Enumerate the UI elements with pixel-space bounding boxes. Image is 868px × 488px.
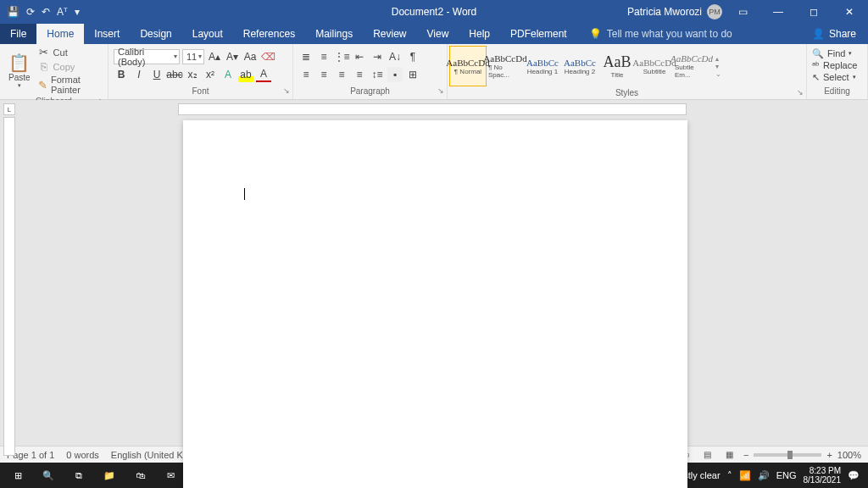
mail-icon[interactable]: ✉ [156,463,185,488]
undo-icon[interactable]: ↶ [42,6,50,18]
style-no-spacing[interactable]: AaBbCcDd¶ No Spac... [487,46,524,86]
underline-button[interactable]: U [149,67,164,82]
zoom-out-button[interactable]: − [743,450,748,460]
clock[interactable]: 8:23 PM 8/13/2021 [804,466,842,485]
tell-me-search[interactable]: 💡 Tell me what you want to do [589,24,732,44]
shading-button[interactable]: ▪ [387,67,403,82]
user-name[interactable]: Patricia Mworozi [627,6,702,18]
web-layout-button[interactable]: ▦ [721,448,738,462]
document-page[interactable] [183,120,687,488]
bullets-button[interactable]: ≣ [298,49,314,64]
tab-home[interactable]: Home [36,24,84,44]
tab-view[interactable]: View [417,24,459,44]
tab-review[interactable]: Review [363,24,416,44]
keyboard-lang[interactable]: ENG [776,470,797,480]
touchmode-icon[interactable]: Aᵀ [57,6,68,18]
format-painter-button[interactable]: ✎Format Painter [37,75,103,95]
text-effects-button[interactable]: A [220,67,236,82]
tab-file[interactable]: File [0,24,36,44]
sort-button[interactable]: A↓ [387,49,403,64]
italic-button[interactable]: I [131,67,147,82]
file-explorer-icon[interactable]: 📁 [95,463,124,488]
zoom-slider[interactable] [754,453,821,457]
print-layout-button[interactable]: ▤ [699,448,716,462]
clear-formatting-button[interactable]: ⌫ [260,49,275,64]
align-center-button[interactable]: ≡ [316,67,331,82]
store-icon[interactable]: 🛍 [125,463,154,488]
start-button[interactable]: ⊞ [3,463,32,488]
style-heading1[interactable]: AaBbCcHeading 1 [524,46,561,86]
show-marks-button[interactable]: ¶ [405,49,420,64]
close-button[interactable]: ✕ [834,0,865,24]
select-button[interactable]: ↖Select▾ [812,72,857,83]
dialog-launcher-icon[interactable]: ↘ [437,86,444,95]
vertical-ruler[interactable] [3,117,15,456]
style-title[interactable]: AaBTitle [598,46,636,86]
dialog-launcher-icon[interactable]: ↘ [283,86,290,95]
word-count[interactable]: 0 words [66,450,99,460]
zoom-in-button[interactable]: + [826,450,832,460]
tab-insert[interactable]: Insert [84,24,130,44]
wifi-icon[interactable]: 📶 [739,470,751,481]
find-button[interactable]: 🔍Find▾ [812,48,857,59]
change-case-button[interactable]: Aa [242,49,258,64]
style-gallery[interactable]: AaBbCcDd¶ Normal AaBbCcDd¶ No Spac... Aa… [449,46,710,86]
tab-selector[interactable]: L [3,103,15,115]
tab-references[interactable]: References [233,24,305,44]
style-subtle-emphasis[interactable]: AaBbCcDdSubtle Em... [673,46,710,86]
paste-button[interactable]: 📋 Paste ▾ [5,51,34,91]
cut-button[interactable]: ✂Cut [37,46,103,58]
subscript-button[interactable]: x₂ [185,67,200,82]
style-gallery-scroll[interactable]: ▴▾⌄ [714,53,723,80]
horizontal-ruler[interactable] [178,103,687,115]
font-name-select[interactable]: Calibri (Body) [114,49,180,64]
task-view-button[interactable]: ⧉ [64,463,93,488]
search-button[interactable]: 🔍 [34,463,63,488]
qat-more-icon[interactable]: ▾ [75,6,80,18]
ribbon-display-options-icon[interactable]: ▭ [727,0,758,24]
user-avatar[interactable]: PM [707,4,722,19]
justify-button[interactable]: ≡ [352,67,367,82]
tray-chevron-icon[interactable]: ˄ [727,470,732,481]
superscript-button[interactable]: x² [203,67,218,82]
grow-font-button[interactable]: A▴ [207,49,222,64]
align-left-button[interactable]: ≡ [298,67,314,82]
tab-layout[interactable]: Layout [182,24,233,44]
multilevel-button[interactable]: ⋮≡ [334,49,349,64]
maximize-button[interactable]: ◻ [798,0,829,24]
increase-indent-button[interactable]: ⇥ [370,49,385,64]
share-icon: 👤 [812,28,825,40]
tab-design[interactable]: Design [130,24,181,44]
volume-icon[interactable]: 🔊 [758,470,770,481]
share-button[interactable]: 👤 Share [800,24,868,44]
dialog-launcher-icon[interactable]: ↘ [797,88,804,97]
decrease-indent-button[interactable]: ⇤ [352,49,367,64]
shrink-font-button[interactable]: A▾ [225,49,240,64]
group-editing: 🔍Find▾ ᵃᵇReplace ↖Select▾ Editing [807,44,868,99]
font-color-button[interactable]: A [256,67,271,82]
style-normal[interactable]: AaBbCcDd¶ Normal [449,46,487,86]
document-title: Document2 - Word [392,6,476,18]
numbering-button[interactable]: ≡ [316,49,331,64]
notifications-icon[interactable]: 💬 [848,470,860,481]
align-right-button[interactable]: ≡ [334,67,349,82]
style-heading2[interactable]: AaBbCcHeading 2 [561,46,598,86]
zoom-level[interactable]: 100% [837,450,861,460]
tab-help[interactable]: Help [459,24,500,44]
minimize-button[interactable]: — [763,0,793,24]
line-spacing-button[interactable]: ↕≡ [370,67,385,82]
font-size-select[interactable]: 11 [182,49,204,64]
share-label: Share [829,28,856,40]
borders-button[interactable]: ⊞ [405,67,420,82]
copy-button[interactable]: ⎘Copy [37,60,103,73]
strikethrough-button[interactable]: abc [167,67,182,82]
replace-button[interactable]: ᵃᵇReplace [812,60,857,71]
style-subtitle[interactable]: AaBbCcDdSubtitle [636,46,673,86]
save-icon[interactable]: 💾 [7,6,19,18]
highlight-button[interactable]: ab [238,67,253,82]
sync-icon[interactable]: ⟳ [26,6,35,18]
tab-mailings[interactable]: Mailings [305,24,363,44]
tab-pdf[interactable]: PDFelement [500,24,577,44]
bold-button[interactable]: B [114,67,129,82]
scissors-icon: ✂ [37,46,51,58]
